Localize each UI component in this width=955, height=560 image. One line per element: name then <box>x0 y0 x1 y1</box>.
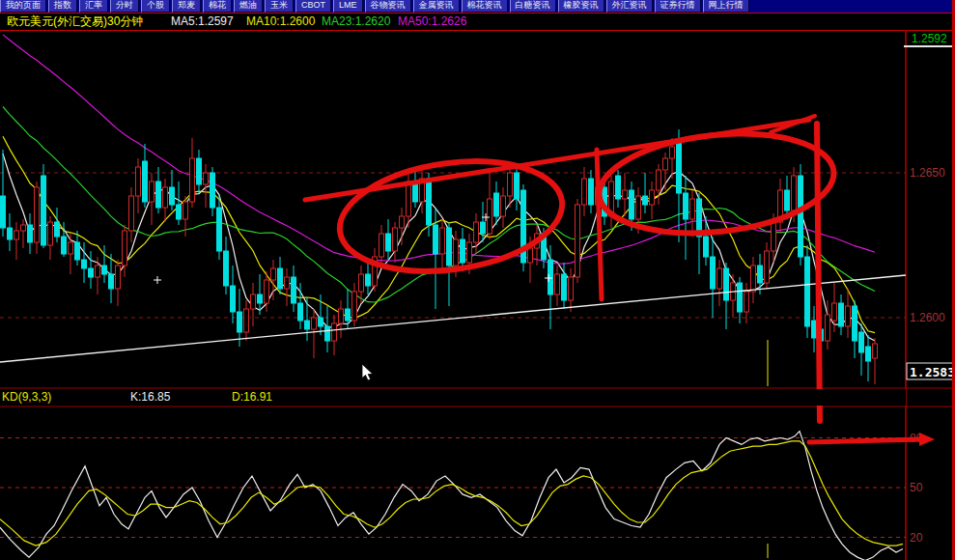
candle-down <box>346 309 351 321</box>
candle-down <box>616 176 621 199</box>
candle-up <box>265 280 269 303</box>
candle-up <box>717 268 722 289</box>
candle-up <box>488 199 492 234</box>
candle-up <box>528 248 533 263</box>
annotation-horizontal-line[interactable] <box>809 439 921 442</box>
candle-down <box>298 303 303 321</box>
candle-up <box>251 294 256 309</box>
candle-down <box>711 257 716 289</box>
candle-down <box>758 266 763 283</box>
candle-down <box>386 234 391 251</box>
candle-down <box>28 225 33 242</box>
kd-d-line <box>0 441 903 546</box>
candle-down <box>427 179 432 225</box>
candle-up <box>379 234 384 257</box>
candle-up <box>123 231 127 266</box>
candle-down <box>494 193 499 216</box>
candle-up <box>576 205 580 277</box>
candle-down <box>217 208 222 251</box>
candle-up <box>129 196 134 231</box>
candle-up <box>467 242 472 263</box>
candle-down <box>724 268 729 300</box>
candle-down <box>589 179 594 205</box>
candle-down <box>630 190 634 219</box>
kd-level-label: 20 <box>910 531 923 545</box>
candle-down <box>258 294 263 303</box>
candle-up <box>69 242 73 254</box>
candle-down <box>55 222 60 237</box>
candle-down <box>170 187 175 205</box>
candle-up <box>116 266 121 289</box>
annotation-arrowhead <box>919 433 935 446</box>
kd-header: KD(9,3,3) K:16.85 D:16.91 <box>0 389 906 406</box>
candle-down <box>677 141 682 193</box>
annotation-vertical-line[interactable] <box>597 150 602 299</box>
candle-down <box>75 242 80 260</box>
svg-text:1.2583: 1.2583 <box>910 365 955 379</box>
candle-up <box>21 225 26 231</box>
candle-down <box>8 228 13 239</box>
kd-d-value: D:16.91 <box>232 389 272 405</box>
candlestick-chart[interactable]: 1.26501.2600805020 1.2592 1.2583 <box>0 0 955 560</box>
annotation-vertical-line[interactable] <box>817 124 820 421</box>
candle-down <box>643 196 648 205</box>
candle-up <box>407 182 411 216</box>
candle-down <box>853 306 857 341</box>
candle-up <box>359 274 364 292</box>
candle-down <box>461 239 465 263</box>
candle-up <box>454 239 459 266</box>
candle-up <box>285 277 290 289</box>
price-gridline-label: 1.2650 <box>910 166 945 180</box>
candle-down <box>156 182 161 208</box>
candle-up <box>623 190 628 199</box>
candle-up <box>832 303 837 321</box>
kd-indicator-label[interactable]: KD(9,3,3) <box>2 389 51 405</box>
candle-up <box>826 315 830 341</box>
candle-down <box>799 176 803 257</box>
kd-k-value: K:16.85 <box>130 389 170 405</box>
candle-down <box>684 193 688 219</box>
candle-down <box>224 251 229 286</box>
candle-down <box>177 205 182 219</box>
candle-up <box>183 202 188 219</box>
candle-up <box>657 170 661 190</box>
candle-up <box>670 147 675 158</box>
candle-up <box>873 344 878 358</box>
white-trendline[interactable] <box>0 275 906 362</box>
candle-up <box>393 228 398 251</box>
current-quote-label: 1.2592 <box>912 32 947 45</box>
candle-down <box>866 347 871 361</box>
candle-up <box>339 309 344 323</box>
candle-down <box>785 190 790 210</box>
cursor-arrow <box>362 364 373 380</box>
candle-down <box>89 268 94 277</box>
candle-down <box>447 228 452 266</box>
candle-down <box>562 274 567 300</box>
candle-down <box>704 237 709 257</box>
candle-down <box>738 283 743 312</box>
candle-down <box>319 318 323 326</box>
candle-up <box>440 228 445 254</box>
candle-up <box>332 323 337 341</box>
candle-up <box>569 277 574 300</box>
gridline-layer: 1.26501.2600805020 <box>0 166 945 545</box>
candle-up <box>663 158 668 170</box>
candle-down <box>143 161 148 202</box>
candle-down <box>434 225 438 254</box>
candle-down <box>305 321 310 329</box>
candle-down <box>211 173 215 208</box>
ma5-line <box>3 154 875 341</box>
candle-down <box>82 260 87 268</box>
candle-up <box>48 222 53 245</box>
candle-down <box>109 274 114 289</box>
candle-up <box>636 196 641 219</box>
candle-up <box>792 176 797 210</box>
candle-up <box>501 196 506 216</box>
candle-up <box>136 167 141 196</box>
candle-down <box>366 274 371 286</box>
candle-up <box>751 266 756 292</box>
candle-up <box>690 199 695 219</box>
kd-k-line <box>0 432 903 560</box>
candle-down <box>278 268 283 289</box>
candle-up <box>244 309 249 332</box>
